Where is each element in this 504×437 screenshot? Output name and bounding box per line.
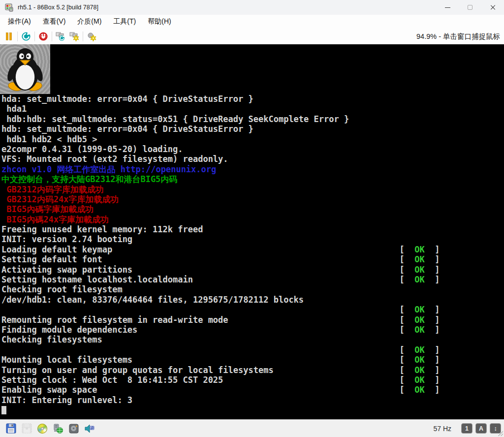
- menu-action[interactable]: 操作(A): [2, 16, 37, 28]
- harddisk-icon[interactable]: [68, 423, 80, 435]
- console-line: hdb:hdb: set_multmode: status=0x51 { Dri…: [1, 114, 440, 124]
- console-line: Loading default keymap [ OK ]: [1, 245, 440, 254]
- cd-disc: [37, 424, 47, 434]
- emulator-window: rh5.1 - 86Box 5.2 [build 7878] 操作(A) 查看(…: [0, 0, 504, 437]
- window-title: rh5.1 - 86Box 5.2 [build 7878]: [18, 4, 98, 11]
- console-line: GB2312内码24x字库加载成功: [1, 194, 440, 204]
- hard-reset-button[interactable]: [19, 30, 33, 43]
- console-line: INIT: version 2.74 booting: [1, 234, 440, 244]
- app-icon: [5, 3, 14, 12]
- minimize-button[interactable]: [436, 0, 459, 15]
- tux-logo: [0, 44, 50, 94]
- console-line: hda: set_multmode: error=0x04 { DriveSta…: [1, 94, 440, 104]
- hard-reset-icon: [21, 31, 31, 41]
- ctrl-alt-del-button[interactable]: [54, 30, 67, 43]
- console-line: BIG5內碼24x字庫加載成功: [1, 215, 440, 224]
- console-line: Remounting root filesystem in read-write…: [1, 315, 440, 325]
- minimize-icon: [445, 7, 450, 8]
- console-line: Setting hostname localhost.localdomain […: [1, 275, 440, 284]
- toolbar-separator: [34, 31, 35, 41]
- menu-tools[interactable]: 工具(T): [107, 16, 142, 28]
- power-icon: [38, 31, 48, 41]
- console-line: INIT: Entering runlevel: 3: [1, 395, 440, 405]
- close-button[interactable]: [481, 0, 504, 15]
- console-text: hda: set_multmode: error=0x04 { DriveSta…: [1, 94, 440, 415]
- ctrl-alt-esc-icon: [69, 31, 80, 41]
- num-lock-indicator: 1: [461, 423, 472, 434]
- console-line: e2compr 0.4.31 (1999-05-20) loading.: [1, 144, 440, 154]
- console-line: Turning on user and group quotas for loc…: [1, 365, 440, 375]
- console-line: Enabling swap space [ OK ]: [1, 385, 440, 395]
- console-line: BIG5內碼字庫加載成功: [1, 204, 440, 214]
- console-line: Activating swap partitions [ OK ]: [1, 265, 440, 275]
- menu-bar: 操作(A) 查看(V) 介质(M) 工具(T) 帮助(H): [0, 15, 504, 29]
- console-line: Finding module dependencies [ OK ]: [1, 325, 440, 335]
- menu-media[interactable]: 介质(M): [71, 16, 107, 28]
- console-line: [ OK ]: [1, 345, 440, 355]
- console-line: [ OK ]: [1, 305, 440, 314]
- console-line: Freeing unused kernel memory: 112k freed: [1, 224, 440, 234]
- text-cursor: [1, 406, 6, 414]
- toolbar-separator: [17, 31, 18, 41]
- console-line: Checking filesystems: [1, 335, 440, 344]
- pause-button[interactable]: [2, 30, 16, 43]
- toolbar-separator: [52, 31, 52, 41]
- maximize-icon: [468, 5, 472, 10]
- ctrl-alt-esc-button[interactable]: [67, 30, 81, 43]
- console-line: hdb1 hdb2 < hdb5 >: [1, 134, 440, 144]
- floppy-b-icon[interactable]: [21, 423, 32, 435]
- menu-view[interactable]: 查看(V): [37, 16, 72, 28]
- resize-grip[interactable]: [498, 431, 503, 436]
- menu-help[interactable]: 帮助(H): [142, 16, 177, 28]
- emulation-speed-text: 94.9% - 单击窗口捕捉鼠标: [416, 32, 500, 41]
- refresh-rate-text: 57 Hz: [433, 425, 458, 433]
- settings-icon: [86, 31, 97, 41]
- settings-button[interactable]: [85, 30, 98, 43]
- network-icon[interactable]: [52, 423, 64, 435]
- floppy-a-icon[interactable]: [5, 423, 17, 435]
- console-line: zhcon v1.0 网络工作室出品 http://openunix.org: [1, 164, 440, 174]
- caps-lock-indicator: A: [475, 423, 487, 434]
- close-icon: [490, 4, 496, 10]
- cdrom-icon[interactable]: [36, 423, 48, 435]
- console-line: /dev/hdb1: clean, 83376/446464 files, 12…: [1, 295, 440, 305]
- pause-icon: [4, 31, 14, 41]
- console-line: 中文控制台，支持大陆GB2312和港台BIG5内码: [1, 174, 440, 184]
- maximize-button[interactable]: [459, 0, 481, 15]
- console-line: [1, 405, 440, 415]
- console-line: GB2312内码字库加载成功: [1, 185, 440, 194]
- toolbar-separator: [83, 31, 83, 41]
- ctrl-alt-del-icon: [55, 31, 66, 41]
- console-line: Mounting local filesystems [ OK ]: [1, 355, 440, 365]
- console-line: Setting default font [ OK ]: [1, 254, 440, 264]
- emulator-screen[interactable]: hda: set_multmode: error=0x04 { DriveSta…: [0, 44, 504, 419]
- toolbar: 94.9% - 单击窗口捕捉鼠标: [0, 29, 504, 44]
- console-line: Checking root filesystem: [1, 284, 440, 294]
- status-bar: 57 Hz 1 A ↕: [0, 419, 504, 437]
- sound-icon[interactable]: [84, 423, 95, 435]
- power-button[interactable]: [36, 30, 50, 43]
- title-bar: rh5.1 - 86Box 5.2 [build 7878]: [0, 0, 504, 15]
- console-line: VFS: Mounted root (ext2 filesystem) read…: [1, 154, 440, 164]
- console-line: Setting clock : Wed Oct 8 16:41:55 CST 2…: [1, 375, 440, 385]
- console-line: hdb: set_multmode: error=0x04 { DriveSta…: [1, 124, 440, 134]
- console-line: hda1: [1, 104, 440, 114]
